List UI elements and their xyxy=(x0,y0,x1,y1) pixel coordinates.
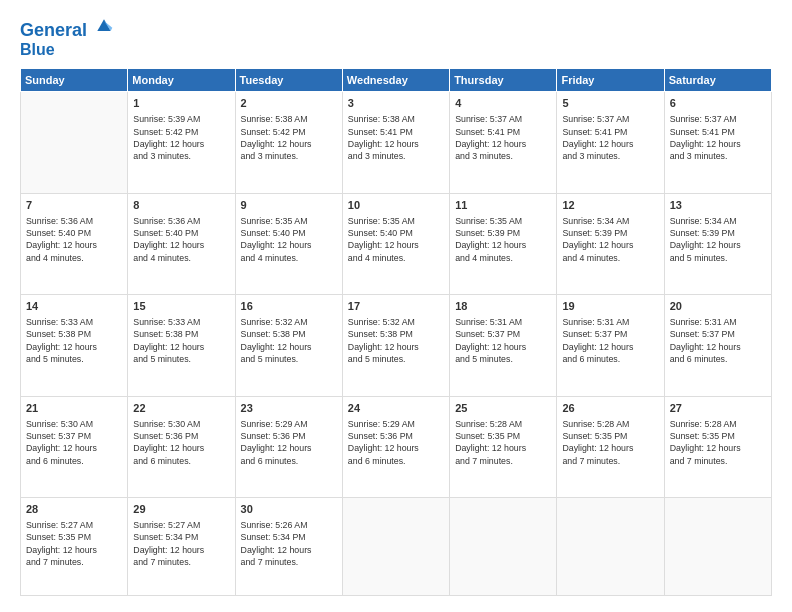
calendar-cell: 6Sunrise: 5:37 AM Sunset: 5:41 PM Daylig… xyxy=(664,92,771,193)
calendar-header-row: SundayMondayTuesdayWednesdayThursdayFrid… xyxy=(21,69,772,92)
calendar-cell: 28Sunrise: 5:27 AM Sunset: 5:35 PM Dayli… xyxy=(21,498,128,596)
day-info: Sunrise: 5:28 AM Sunset: 5:35 PM Dayligh… xyxy=(562,418,658,467)
day-number: 6 xyxy=(670,96,766,111)
calendar-cell: 30Sunrise: 5:26 AM Sunset: 5:34 PM Dayli… xyxy=(235,498,342,596)
day-info: Sunrise: 5:32 AM Sunset: 5:38 PM Dayligh… xyxy=(241,316,337,365)
calendar-cell: 19Sunrise: 5:31 AM Sunset: 5:37 PM Dayli… xyxy=(557,295,664,396)
day-info: Sunrise: 5:33 AM Sunset: 5:38 PM Dayligh… xyxy=(133,316,229,365)
day-info: Sunrise: 5:30 AM Sunset: 5:36 PM Dayligh… xyxy=(133,418,229,467)
day-number: 4 xyxy=(455,96,551,111)
day-info: Sunrise: 5:31 AM Sunset: 5:37 PM Dayligh… xyxy=(670,316,766,365)
calendar-cell: 29Sunrise: 5:27 AM Sunset: 5:34 PM Dayli… xyxy=(128,498,235,596)
day-number: 22 xyxy=(133,401,229,416)
day-info: Sunrise: 5:27 AM Sunset: 5:35 PM Dayligh… xyxy=(26,519,122,568)
calendar-cell: 3Sunrise: 5:38 AM Sunset: 5:41 PM Daylig… xyxy=(342,92,449,193)
day-info: Sunrise: 5:35 AM Sunset: 5:40 PM Dayligh… xyxy=(241,215,337,264)
day-info: Sunrise: 5:29 AM Sunset: 5:36 PM Dayligh… xyxy=(348,418,444,467)
day-info: Sunrise: 5:29 AM Sunset: 5:36 PM Dayligh… xyxy=(241,418,337,467)
day-info: Sunrise: 5:36 AM Sunset: 5:40 PM Dayligh… xyxy=(133,215,229,264)
day-info: Sunrise: 5:36 AM Sunset: 5:40 PM Dayligh… xyxy=(26,215,122,264)
day-info: Sunrise: 5:39 AM Sunset: 5:42 PM Dayligh… xyxy=(133,113,229,162)
day-number: 7 xyxy=(26,198,122,213)
calendar-cell: 11Sunrise: 5:35 AM Sunset: 5:39 PM Dayli… xyxy=(450,193,557,294)
header: General Blue xyxy=(20,16,772,58)
calendar-cell: 21Sunrise: 5:30 AM Sunset: 5:37 PM Dayli… xyxy=(21,396,128,497)
day-info: Sunrise: 5:27 AM Sunset: 5:34 PM Dayligh… xyxy=(133,519,229,568)
calendar-header-tuesday: Tuesday xyxy=(235,69,342,92)
day-info: Sunrise: 5:38 AM Sunset: 5:41 PM Dayligh… xyxy=(348,113,444,162)
calendar-cell: 15Sunrise: 5:33 AM Sunset: 5:38 PM Dayli… xyxy=(128,295,235,396)
page: General Blue SundayMondayTuesdayWednesda… xyxy=(0,0,792,612)
day-number: 26 xyxy=(562,401,658,416)
day-number: 19 xyxy=(562,299,658,314)
calendar-cell: 4Sunrise: 5:37 AM Sunset: 5:41 PM Daylig… xyxy=(450,92,557,193)
calendar-cell: 17Sunrise: 5:32 AM Sunset: 5:38 PM Dayli… xyxy=(342,295,449,396)
day-info: Sunrise: 5:28 AM Sunset: 5:35 PM Dayligh… xyxy=(670,418,766,467)
day-number: 16 xyxy=(241,299,337,314)
day-info: Sunrise: 5:30 AM Sunset: 5:37 PM Dayligh… xyxy=(26,418,122,467)
day-number: 12 xyxy=(562,198,658,213)
calendar-cell: 10Sunrise: 5:35 AM Sunset: 5:40 PM Dayli… xyxy=(342,193,449,294)
calendar-cell xyxy=(342,498,449,596)
calendar-cell: 20Sunrise: 5:31 AM Sunset: 5:37 PM Dayli… xyxy=(664,295,771,396)
day-number: 8 xyxy=(133,198,229,213)
day-info: Sunrise: 5:34 AM Sunset: 5:39 PM Dayligh… xyxy=(562,215,658,264)
calendar-header-wednesday: Wednesday xyxy=(342,69,449,92)
calendar-header-friday: Friday xyxy=(557,69,664,92)
calendar-cell: 13Sunrise: 5:34 AM Sunset: 5:39 PM Dayli… xyxy=(664,193,771,294)
day-info: Sunrise: 5:35 AM Sunset: 5:40 PM Dayligh… xyxy=(348,215,444,264)
day-number: 17 xyxy=(348,299,444,314)
day-number: 1 xyxy=(133,96,229,111)
day-number: 21 xyxy=(26,401,122,416)
day-number: 9 xyxy=(241,198,337,213)
week-row-5: 28Sunrise: 5:27 AM Sunset: 5:35 PM Dayli… xyxy=(21,498,772,596)
day-info: Sunrise: 5:31 AM Sunset: 5:37 PM Dayligh… xyxy=(562,316,658,365)
day-number: 24 xyxy=(348,401,444,416)
logo: General Blue xyxy=(20,16,114,58)
calendar-cell xyxy=(557,498,664,596)
calendar-cell: 24Sunrise: 5:29 AM Sunset: 5:36 PM Dayli… xyxy=(342,396,449,497)
week-row-4: 21Sunrise: 5:30 AM Sunset: 5:37 PM Dayli… xyxy=(21,396,772,497)
day-number: 29 xyxy=(133,502,229,517)
calendar-cell xyxy=(664,498,771,596)
calendar-cell: 12Sunrise: 5:34 AM Sunset: 5:39 PM Dayli… xyxy=(557,193,664,294)
logo-general: General xyxy=(20,20,87,40)
calendar-cell: 26Sunrise: 5:28 AM Sunset: 5:35 PM Dayli… xyxy=(557,396,664,497)
day-info: Sunrise: 5:31 AM Sunset: 5:37 PM Dayligh… xyxy=(455,316,551,365)
day-info: Sunrise: 5:28 AM Sunset: 5:35 PM Dayligh… xyxy=(455,418,551,467)
day-info: Sunrise: 5:33 AM Sunset: 5:38 PM Dayligh… xyxy=(26,316,122,365)
day-number: 14 xyxy=(26,299,122,314)
calendar-cell: 16Sunrise: 5:32 AM Sunset: 5:38 PM Dayli… xyxy=(235,295,342,396)
logo-icon xyxy=(94,16,114,36)
calendar-cell: 27Sunrise: 5:28 AM Sunset: 5:35 PM Dayli… xyxy=(664,396,771,497)
day-number: 11 xyxy=(455,198,551,213)
calendar-header-thursday: Thursday xyxy=(450,69,557,92)
day-number: 23 xyxy=(241,401,337,416)
day-number: 5 xyxy=(562,96,658,111)
calendar-cell: 2Sunrise: 5:38 AM Sunset: 5:42 PM Daylig… xyxy=(235,92,342,193)
calendar-header-monday: Monday xyxy=(128,69,235,92)
calendar-cell: 22Sunrise: 5:30 AM Sunset: 5:36 PM Dayli… xyxy=(128,396,235,497)
week-row-2: 7Sunrise: 5:36 AM Sunset: 5:40 PM Daylig… xyxy=(21,193,772,294)
day-number: 27 xyxy=(670,401,766,416)
day-number: 3 xyxy=(348,96,444,111)
calendar-header-sunday: Sunday xyxy=(21,69,128,92)
day-info: Sunrise: 5:37 AM Sunset: 5:41 PM Dayligh… xyxy=(562,113,658,162)
day-info: Sunrise: 5:32 AM Sunset: 5:38 PM Dayligh… xyxy=(348,316,444,365)
calendar-cell: 25Sunrise: 5:28 AM Sunset: 5:35 PM Dayli… xyxy=(450,396,557,497)
day-number: 18 xyxy=(455,299,551,314)
day-info: Sunrise: 5:35 AM Sunset: 5:39 PM Dayligh… xyxy=(455,215,551,264)
day-number: 13 xyxy=(670,198,766,213)
day-number: 2 xyxy=(241,96,337,111)
calendar-table: SundayMondayTuesdayWednesdayThursdayFrid… xyxy=(20,68,772,596)
day-info: Sunrise: 5:26 AM Sunset: 5:34 PM Dayligh… xyxy=(241,519,337,568)
calendar-cell: 18Sunrise: 5:31 AM Sunset: 5:37 PM Dayli… xyxy=(450,295,557,396)
day-info: Sunrise: 5:37 AM Sunset: 5:41 PM Dayligh… xyxy=(455,113,551,162)
day-number: 20 xyxy=(670,299,766,314)
calendar-cell: 23Sunrise: 5:29 AM Sunset: 5:36 PM Dayli… xyxy=(235,396,342,497)
day-number: 10 xyxy=(348,198,444,213)
day-number: 15 xyxy=(133,299,229,314)
day-number: 25 xyxy=(455,401,551,416)
day-number: 30 xyxy=(241,502,337,517)
day-number: 28 xyxy=(26,502,122,517)
